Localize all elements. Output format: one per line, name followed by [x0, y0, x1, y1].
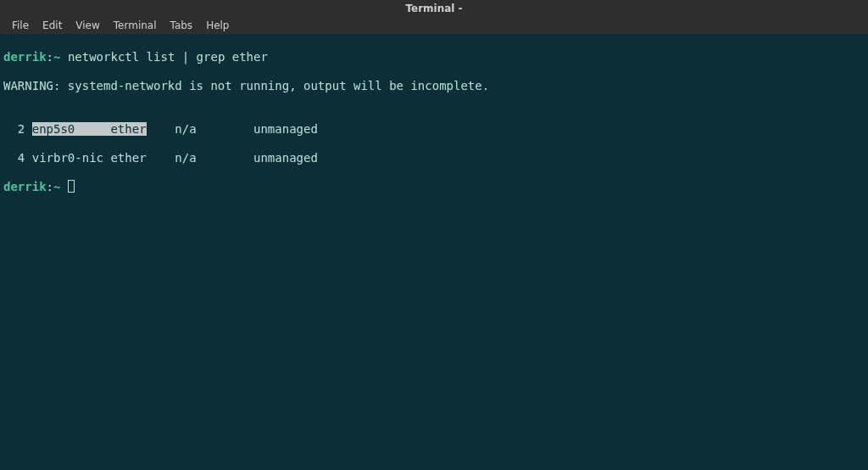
menu-edit[interactable]: Edit — [36, 20, 69, 31]
output-row-1: 2 enp5s0 ether n/a unmanaged — [3, 122, 865, 137]
prompt-line-2: derrik:~ — [3, 180, 865, 194]
window-titlebar: Terminal - — [0, 0, 868, 17]
prompt-user-2: derrik — [3, 180, 47, 193]
menu-terminal[interactable]: Terminal — [107, 20, 164, 31]
cursor — [68, 180, 75, 193]
window-title: Terminal - — [405, 3, 462, 14]
menu-tabs[interactable]: Tabs — [164, 20, 200, 31]
menu-file[interactable]: File — [5, 20, 36, 31]
output-row-2: 4 virbr0-nic ether n/a unmanaged — [3, 151, 865, 165]
menu-view[interactable]: View — [69, 20, 106, 31]
prompt-separator: : — [47, 50, 53, 64]
prompt-user: derrik — [3, 50, 47, 64]
terminal-output[interactable]: derrik:~ networkctl list | grep ether WA… — [0, 34, 868, 210]
prompt-separator-2: : — [47, 180, 53, 193]
prompt-line-1: derrik:~ networkctl list | grep ether — [3, 50, 865, 64]
menu-help[interactable]: Help — [199, 20, 236, 31]
row1-highlighted: enp5s0 ether — [32, 122, 147, 136]
row1-rest: n/a unmanaged — [147, 122, 318, 136]
prompt-path-2: ~ — [53, 180, 60, 193]
command-text: networkctl list | grep ether — [60, 50, 267, 64]
warning-line: WARNING: systemd-networkd is not running… — [3, 79, 865, 93]
menubar: File Edit View Terminal Tabs Help — [0, 17, 868, 34]
row1-prefix: 2 — [3, 122, 32, 136]
